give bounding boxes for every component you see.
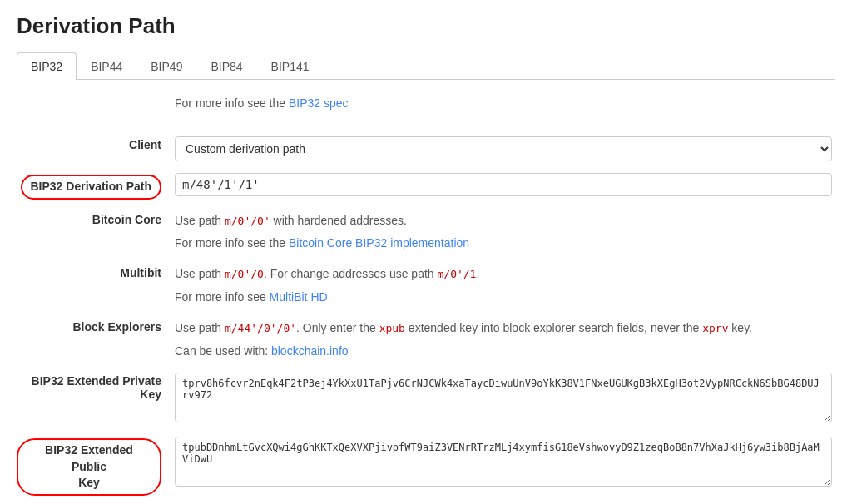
client-label: Client (17, 136, 175, 151)
derivation-path-input[interactable] (175, 173, 832, 196)
block-explorers-mono1: m/44'/0'/0' (225, 322, 296, 334)
bitcoin-core-link[interactable]: Bitcoin Core BIP32 implementation (289, 236, 469, 250)
extended-public-key-col (175, 437, 832, 489)
multibit-content: Use path m/0'/0. For change addresses us… (175, 264, 832, 284)
multibit-row: Multibit Use path m/0'/0. For change add… (17, 264, 832, 284)
multibit-text3: . (476, 267, 479, 280)
bitcoin-core-mono1: m/0'/0' (225, 215, 270, 227)
extended-public-key-input[interactable] (175, 437, 832, 487)
block-explorers-text4: key. (728, 321, 752, 334)
derivation-path-label: BIP32 Derivation Path (21, 175, 162, 200)
bip32-info-row: For more info see the BIP32 spec (17, 96, 832, 125)
block-explorers-indent (17, 344, 175, 358)
block-explorers-mono3: xprv (702, 322, 728, 334)
bip32-info-prefix: For more info see the (175, 96, 289, 110)
block-explorers-extra: Can be used with: blockchain.info (17, 344, 832, 358)
bitcoin-core-indent (17, 236, 175, 250)
block-explorers-row: Block Explorers Use path m/44'/0'/0'. On… (17, 319, 832, 338)
derivation-path-label-col: BIP32 Derivation Path (17, 173, 175, 200)
multibit-mono1: m/0'/0 (225, 268, 264, 280)
multibit-text2: . For change addresses use path (264, 267, 438, 280)
bitcoin-core-text1: Use path (175, 214, 225, 227)
block-explorers-extra-content: Can be used with: blockchain.info (175, 344, 832, 358)
block-explorers-content: Use path m/44'/0'/0'. Only enter the xpu… (175, 319, 832, 338)
extended-private-key-col (175, 373, 832, 425)
tab-bip141[interactable]: BIP141 (257, 52, 324, 80)
block-explorers-mono2: xpub (379, 322, 405, 334)
multibit-label: Multibit (17, 264, 175, 279)
multibit-extra: For more info see MultiBit HD (17, 290, 832, 304)
multibit-mono2: m/0'/1 (437, 268, 476, 280)
bip32-spec-link[interactable]: BIP32 spec (289, 96, 349, 110)
tab-bip44[interactable]: BIP44 (77, 52, 136, 80)
tab-bip84[interactable]: BIP84 (196, 52, 256, 80)
multibit-text1: Use path (175, 267, 225, 280)
bitcoin-core-text2: with hardened addresses. (270, 214, 407, 227)
bitcoin-core-label: Bitcoin Core (17, 211, 175, 226)
extended-private-key-input[interactable] (175, 373, 832, 422)
bitcoin-core-extra-content: For more info see the Bitcoin Core BIP32… (175, 236, 832, 250)
multibit-extra-content: For more info see MultiBit HD (175, 290, 832, 304)
block-explorers-text3: extended key into block explorer search … (405, 321, 702, 334)
bip32-info-label (17, 96, 175, 98)
bitcoin-core-more-text: For more info see the (175, 236, 289, 250)
multibit-link[interactable]: MultiBit HD (270, 290, 328, 304)
bitcoin-core-content: Use path m/0'/0' with hardened addresses… (175, 211, 832, 230)
multibit-more-text: For more info see (175, 290, 270, 304)
extended-private-key-row: BIP32 Extended Private Key (17, 373, 832, 425)
client-select[interactable]: Custom derivation path (175, 136, 832, 161)
block-explorers-text2: . Only enter the (296, 321, 379, 334)
bip32-info-text: For more info see the BIP32 spec (175, 96, 832, 110)
block-explorers-more-text: Can be used with: (175, 344, 271, 358)
block-explorers-link[interactable]: blockchain.info (271, 344, 349, 358)
multibit-indent (17, 290, 175, 304)
tab-bar: BIP32 BIP44 BIP49 BIP84 BIP141 (17, 52, 835, 80)
tab-bip49[interactable]: BIP49 (136, 52, 196, 80)
block-explorers-text1: Use path (175, 321, 225, 334)
content-area: For more info see the BIP32 spec Client … (17, 96, 832, 496)
bitcoin-core-row: Bitcoin Core Use path m/0'/0' with harde… (17, 211, 832, 230)
block-explorers-label: Block Explorers (17, 319, 175, 334)
extended-private-key-label: BIP32 Extended Private Key (17, 373, 175, 401)
bitcoin-core-extra: For more info see the Bitcoin Core BIP32… (17, 236, 832, 250)
client-value-col: Custom derivation path (175, 136, 832, 161)
tab-bip32[interactable]: BIP32 (17, 52, 77, 80)
extended-public-key-row: BIP32 Extended Public Key (17, 437, 832, 496)
derivation-path-row: BIP32 Derivation Path (17, 173, 832, 200)
page-title: Derivation Path (17, 13, 835, 39)
extended-public-key-label: BIP32 Extended Public Key (17, 438, 161, 496)
derivation-path-value-col (175, 173, 832, 196)
extended-public-key-label-col: BIP32 Extended Public Key (17, 437, 175, 496)
client-row: Client Custom derivation path (17, 136, 832, 161)
